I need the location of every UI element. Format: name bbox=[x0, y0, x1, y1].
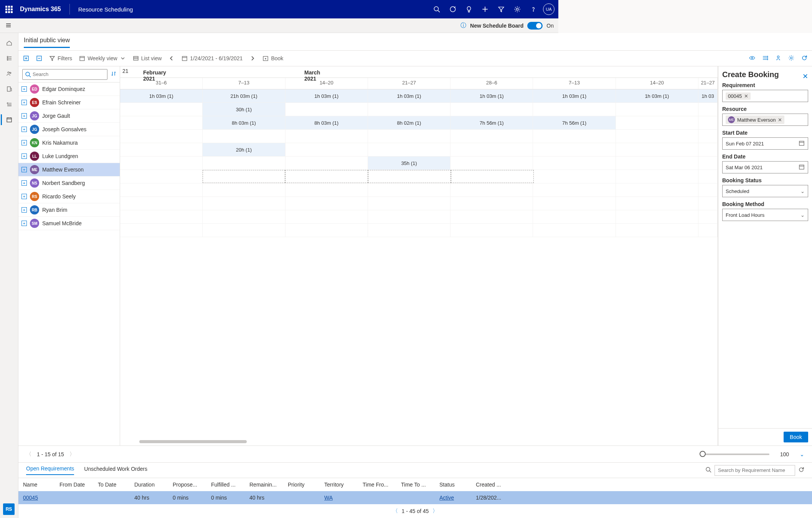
filters-button[interactable]: Filters bbox=[49, 55, 72, 61]
nav-calendar-icon[interactable] bbox=[0, 112, 18, 127]
calendar-cell[interactable]: 1h 03m (1) bbox=[120, 89, 203, 102]
weekly-view-dropdown[interactable]: Weekly view bbox=[79, 55, 126, 61]
calendar-cell[interactable]: 1h 03m (1) bbox=[533, 89, 558, 102]
calendar-cell[interactable] bbox=[120, 143, 203, 156]
calendar-row[interactable]: 8h 03m (1)8h 03m (1)8h 02m (1)7h 56m (1)… bbox=[120, 116, 558, 130]
calendar-cell[interactable] bbox=[368, 130, 451, 143]
expand-icon[interactable]: + bbox=[21, 113, 27, 119]
filter-icon[interactable] bbox=[493, 0, 509, 18]
calendar-row[interactable] bbox=[120, 130, 558, 143]
new-board-toggle[interactable] bbox=[527, 22, 543, 30]
calendar-cell[interactable]: 21h 03m (1) bbox=[203, 89, 285, 102]
calendar-cell[interactable]: 1h 03m (1) bbox=[368, 89, 451, 102]
collapse-all-button[interactable] bbox=[36, 55, 42, 61]
calendar-row[interactable]: 1h 03m (1)21h 03m (1)1h 03m (1)1h 03m (1… bbox=[120, 89, 558, 103]
calendar-cell[interactable] bbox=[451, 210, 533, 223]
expand-all-button[interactable] bbox=[23, 55, 29, 61]
calendar-row[interactable]: 20h (1) bbox=[120, 143, 558, 157]
gear-icon[interactable] bbox=[509, 0, 525, 18]
help-icon[interactable] bbox=[525, 0, 541, 18]
calendar-cell[interactable]: 30h (1) bbox=[203, 103, 285, 116]
nav-list1-icon[interactable] bbox=[0, 51, 18, 66]
calendar-row[interactable] bbox=[120, 210, 558, 224]
calendar-cell[interactable] bbox=[120, 197, 203, 210]
calendar-cell[interactable] bbox=[533, 130, 558, 143]
plus-icon[interactable] bbox=[477, 0, 493, 18]
nav-doc-icon[interactable] bbox=[0, 81, 18, 97]
sort-icon[interactable] bbox=[111, 71, 117, 78]
resource-row[interactable]: +JGJoseph Gonsalves bbox=[18, 123, 120, 136]
calendar-cell[interactable] bbox=[368, 103, 451, 116]
calendar-cell[interactable] bbox=[451, 130, 533, 143]
calendar-cell[interactable] bbox=[451, 157, 533, 170]
calendar-cell[interactable] bbox=[368, 183, 451, 196]
expand-icon[interactable]: + bbox=[21, 100, 27, 105]
calendar-cell[interactable] bbox=[286, 210, 368, 223]
calendar-cell[interactable] bbox=[368, 143, 451, 156]
search-icon[interactable] bbox=[429, 0, 445, 18]
expand-icon[interactable]: + bbox=[21, 127, 27, 132]
calendar-cell[interactable]: 8h 03m (1) bbox=[203, 116, 285, 129]
list-view-button[interactable]: List view bbox=[133, 55, 162, 61]
calendar-row[interactable]: 30h (1) bbox=[120, 103, 558, 116]
resource-row[interactable]: +ESEfrain Schreiner bbox=[18, 96, 120, 109]
calendar-cell[interactable] bbox=[203, 183, 285, 196]
resource-row[interactable]: +KNKris Nakamura bbox=[18, 136, 120, 150]
expand-icon[interactable]: + bbox=[21, 194, 27, 199]
calendar-cell[interactable] bbox=[368, 170, 451, 183]
calendar-cell[interactable] bbox=[120, 224, 203, 237]
calendar-cell[interactable] bbox=[368, 197, 451, 210]
calendar-row[interactable] bbox=[120, 224, 558, 237]
resource-row[interactable]: +EDEdgar Dominquez bbox=[18, 82, 120, 96]
calendar-cell[interactable] bbox=[120, 183, 203, 196]
calendar-row[interactable]: 35h (1) bbox=[120, 157, 558, 170]
nav-list2-icon[interactable] bbox=[0, 97, 18, 112]
hamburger-icon[interactable] bbox=[5, 22, 12, 30]
calendar-cell[interactable] bbox=[285, 170, 368, 183]
calendar-cell[interactable] bbox=[533, 157, 558, 170]
calendar-cell[interactable] bbox=[368, 224, 451, 237]
resource-row[interactable]: +LLLuke Lundgren bbox=[18, 150, 120, 163]
calendar-cell[interactable] bbox=[534, 170, 558, 183]
user-avatar[interactable]: UA bbox=[543, 3, 555, 15]
expand-icon[interactable]: + bbox=[21, 167, 27, 172]
expand-icon[interactable]: + bbox=[21, 140, 27, 145]
calendar-cell[interactable] bbox=[203, 130, 285, 143]
calendar-cell[interactable]: 35h (1) bbox=[368, 157, 451, 170]
resource-search-input[interactable] bbox=[22, 69, 107, 80]
calendar-cell[interactable]: 7h 56m (1) bbox=[451, 116, 533, 129]
waffle-icon[interactable] bbox=[4, 4, 15, 15]
calendar-cell[interactable] bbox=[286, 197, 368, 210]
calendar-cell[interactable]: 1h 03m (1) bbox=[451, 89, 533, 102]
calendar-cell[interactable] bbox=[533, 103, 558, 116]
calendar-cell[interactable] bbox=[533, 224, 558, 237]
calendar-cell[interactable] bbox=[203, 224, 285, 237]
resource-row[interactable]: +RSRicardo Seely bbox=[18, 190, 120, 203]
calendar-cell[interactable] bbox=[120, 210, 203, 223]
prev-range-button[interactable] bbox=[168, 55, 175, 61]
calendar-row[interactable] bbox=[120, 170, 558, 183]
view-tab-active[interactable]: Initial public view bbox=[24, 37, 70, 48]
calendar-cell[interactable] bbox=[120, 116, 203, 129]
calendar-cell[interactable] bbox=[451, 197, 533, 210]
calendar-cell[interactable] bbox=[451, 224, 533, 237]
calendar-cell[interactable] bbox=[203, 197, 285, 210]
calendar-cell[interactable] bbox=[286, 224, 368, 237]
resource-row[interactable]: +MEMatthew Everson bbox=[18, 163, 120, 177]
calendar-grid[interactable]: 1h 03m (1)21h 03m (1)1h 03m (1)1h 03m (1… bbox=[120, 89, 558, 356]
book-button[interactable]: Book bbox=[262, 55, 283, 61]
resource-row[interactable]: +JGJorge Gault bbox=[18, 109, 120, 123]
calendar-cell[interactable] bbox=[286, 143, 368, 156]
calendar-cell[interactable] bbox=[533, 210, 558, 223]
calendar-row[interactable] bbox=[120, 183, 558, 197]
resource-row[interactable]: +SMSamuel McBride bbox=[18, 217, 120, 230]
calendar-cell[interactable] bbox=[451, 183, 533, 196]
calendar-cell[interactable] bbox=[533, 197, 558, 210]
calendar-cell[interactable]: 8h 02m (1) bbox=[368, 116, 451, 129]
calendar-cell[interactable]: 7h 56m (1) bbox=[533, 116, 558, 129]
date-range-picker[interactable]: 1/24/2021 - 6/19/2021 bbox=[182, 55, 243, 61]
calendar-row[interactable] bbox=[120, 197, 558, 210]
calendar-cell[interactable] bbox=[368, 210, 451, 223]
lightbulb-icon[interactable] bbox=[461, 0, 477, 18]
calendar-cell[interactable] bbox=[451, 143, 533, 156]
